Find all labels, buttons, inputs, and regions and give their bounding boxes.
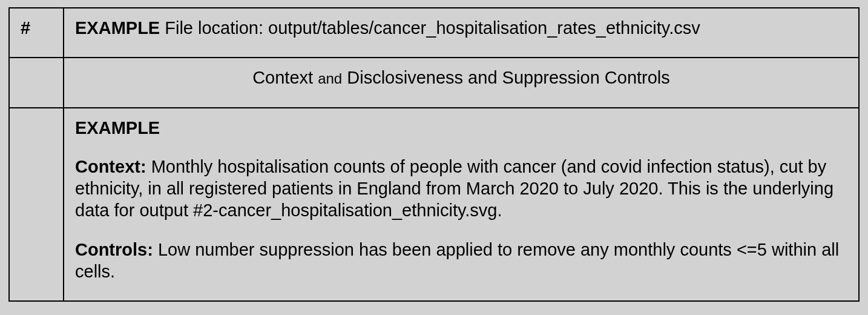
table-row: # EXAMPLE File location: output/tables/c…	[9, 8, 859, 58]
hash-header: #	[9, 8, 64, 58]
empty-cell	[9, 58, 64, 107]
hash-symbol: #	[21, 18, 30, 38]
body-cell: EXAMPLE Context: Monthly hospitalisation…	[64, 108, 859, 302]
file-location-text: File location: output/tables/cancer_hosp…	[160, 18, 700, 38]
context-text: Monthly hospitalisation counts of people…	[75, 157, 833, 220]
controls-text: Low number suppression has been applied …	[75, 240, 839, 281]
section-title-after: Disclosiveness and Suppression Controls	[342, 68, 670, 87]
example-label: EXAMPLE	[75, 18, 160, 38]
section-title-cell: Context and Disclosiveness and Suppressi…	[64, 58, 859, 107]
table-row: Context and Disclosiveness and Suppressi…	[9, 58, 859, 107]
context-paragraph: Context: Monthly hospitalisation counts …	[75, 156, 847, 222]
section-title-before: Context	[252, 68, 318, 87]
example-table: # EXAMPLE File location: output/tables/c…	[8, 7, 860, 302]
empty-cell	[9, 108, 64, 302]
controls-label: Controls:	[75, 240, 153, 259]
example-heading: EXAMPLE	[75, 117, 847, 139]
file-location-cell: EXAMPLE File location: output/tables/can…	[64, 8, 859, 58]
document-page: # EXAMPLE File location: output/tables/c…	[0, 0, 868, 302]
context-label: Context:	[75, 157, 146, 176]
section-title-and: and	[318, 70, 342, 87]
table-row: EXAMPLE Context: Monthly hospitalisation…	[9, 108, 859, 302]
example-bold: EXAMPLE	[75, 118, 160, 138]
controls-paragraph: Controls: Low number suppression has bee…	[75, 239, 847, 283]
